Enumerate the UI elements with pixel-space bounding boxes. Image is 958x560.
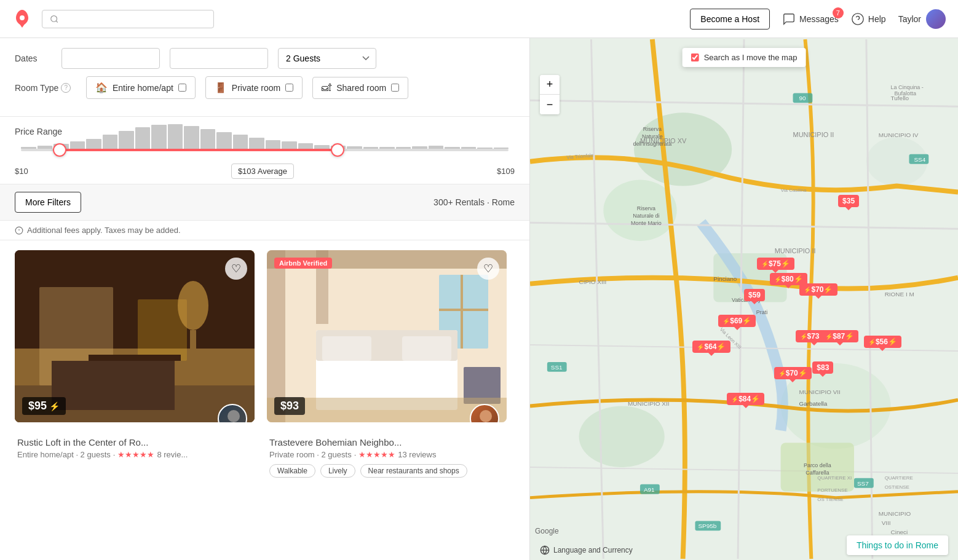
listing-2-reviews: 13 reviews — [398, 450, 436, 459]
listing-2-stars: ★★★★★ — [358, 450, 395, 459]
price-pin-9[interactable]: $83 — [812, 361, 833, 374]
listing-image-svg-1 — [15, 250, 255, 422]
shared-room-label: Shared room — [336, 83, 386, 93]
airbnb-badge: Airbnb Verified — [274, 258, 332, 269]
svg-text:OS TIENSE: OS TIENSE — [817, 497, 843, 502]
language-currency-button[interactable]: Language and Currency — [540, 545, 633, 555]
histogram-bar — [233, 135, 248, 149]
host-avatar-img-2 — [471, 405, 499, 422]
svg-text:PORTUENSE: PORTUENSE — [817, 487, 847, 493]
price-pin-10[interactable]: $70⚡ — [774, 367, 812, 379]
more-filters-bar: More Filters 300+ Rentals · Rome — [0, 184, 529, 221]
host-avatar-img-1 — [219, 405, 247, 422]
price-histogram — [15, 124, 515, 149]
svg-text:Naturale: Naturale — [642, 133, 663, 140]
help-button[interactable]: Help — [851, 12, 886, 26]
search-icon — [50, 14, 59, 24]
room-option-private[interactable]: 🚪 Private room — [205, 76, 303, 99]
slider-thumb-max[interactable] — [331, 143, 344, 157]
messages-badge: 7 — [833, 7, 844, 18]
listing-1-stars: ★★★★★ — [117, 450, 154, 459]
listing-1-meta: Entire home/apt · 2 guests · ★★★★★ 8 rev… — [17, 450, 252, 459]
room-type-label: Room Type ? — [15, 83, 76, 93]
date-end-input[interactable]: 06/29/2016 — [170, 48, 268, 69]
user-name: Taylor — [898, 14, 921, 24]
price-pin-12[interactable]: $56⚡ — [864, 336, 901, 348]
zoom-in-button[interactable]: + — [540, 75, 560, 95]
price-pin-5[interactable]: $70⚡ — [799, 283, 837, 296]
svg-text:MUNICIPIO: MUNICIPIO — [879, 510, 911, 517]
svg-point-15 — [228, 410, 240, 422]
logo[interactable] — [12, 9, 32, 29]
search-bar[interactable]: Rome, Italy — [42, 10, 214, 28]
price-slider-container — [15, 149, 515, 151]
messages-button[interactable]: Messages 7 — [782, 12, 839, 26]
svg-rect-12 — [89, 355, 181, 361]
svg-rect-11 — [52, 361, 175, 410]
listing-1-price: $95 — [28, 400, 47, 412]
listing-2-price-badge: $93 — [274, 397, 305, 415]
private-room-checkbox[interactable] — [285, 84, 293, 92]
svg-text:VIII: VIII — [882, 519, 891, 526]
listing-card[interactable]: ♡ $95 ⚡ Rustic Loft in the Center of Ro.… — [15, 250, 255, 483]
price-pin-11[interactable]: $84⚡ — [727, 393, 764, 405]
shared-room-checkbox[interactable] — [391, 84, 399, 92]
globe-icon — [540, 545, 550, 555]
histogram-bar — [266, 140, 281, 149]
listing-1-title: Rustic Loft in the Center of Ro... — [17, 437, 252, 448]
listing-2-meta: Private room · 2 guests · ★★★★★ 13 revie… — [269, 450, 504, 459]
listing-1-info: Rustic Loft in the Center of Ro... Entir… — [15, 422, 255, 464]
listing-1-reviews: 8 revie... — [157, 450, 188, 459]
svg-text:MUNICIPIO II: MUNICIPIO II — [775, 247, 816, 254]
listing-image-svg-2 — [267, 250, 507, 422]
user-menu-button[interactable]: Taylor — [898, 9, 946, 29]
price-pin-1[interactable]: $75⚡ — [757, 258, 794, 270]
slider-thumb-min[interactable] — [53, 143, 66, 157]
search-as-move-input[interactable] — [691, 53, 699, 61]
things-to-do-button[interactable]: Things to do in Rome — [847, 535, 948, 555]
date-start-input[interactable]: 06/26/2016 — [61, 48, 160, 69]
price-pin-0[interactable]: $35 — [838, 195, 859, 207]
listing-image-2: Airbnb Verified ♡ $93 — [267, 250, 507, 422]
svg-text:Prati: Prati — [756, 309, 767, 315]
tag-lively: Lively — [320, 464, 355, 478]
svg-text:Naturale di: Naturale di — [633, 213, 659, 219]
guests-select[interactable]: 2 Guests — [278, 48, 376, 69]
price-section: Price Range $10 $103 Average $109 — [0, 117, 529, 184]
svg-text:90: 90 — [799, 95, 806, 101]
svg-rect-27 — [402, 336, 451, 361]
become-host-button[interactable]: Become a Host — [690, 9, 770, 30]
price-pin-6[interactable]: $64⚡ — [692, 341, 730, 353]
svg-rect-19 — [267, 250, 285, 422]
search-input[interactable]: Rome, Italy — [64, 14, 206, 24]
listing-2-favorite-button[interactable]: ♡ — [477, 258, 499, 280]
search-as-move-checkbox[interactable]: Search as I move the map — [683, 48, 806, 67]
svg-text:Riserva: Riserva — [637, 205, 655, 211]
entire-home-checkbox[interactable] — [178, 84, 186, 92]
more-filters-button[interactable]: More Filters — [15, 192, 81, 213]
price-pin-8[interactable]: $87⚡ — [821, 330, 858, 342]
listing-card-2[interactable]: Airbnb Verified ♡ $93 Trastevere Bohemia… — [267, 250, 507, 483]
zoom-out-button[interactable]: − — [540, 95, 560, 114]
room-type-info-icon[interactable]: ? — [61, 83, 71, 93]
svg-text:SP95b: SP95b — [698, 523, 716, 529]
date-filter-row: Dates 06/26/2016 06/29/2016 2 Guests — [15, 48, 515, 69]
listing-1-favorite-button[interactable]: ♡ — [225, 258, 247, 280]
svg-point-37 — [579, 406, 665, 467]
help-icon — [851, 12, 865, 26]
room-option-entire[interactable]: 🏠 Entire home/apt — [86, 76, 196, 99]
histogram-bar — [249, 138, 264, 149]
entire-home-label: Entire home/apt — [113, 83, 173, 93]
room-option-shared[interactable]: 🛋 Shared room — [312, 77, 408, 99]
slider-fill — [60, 149, 338, 151]
main-layout: Dates 06/26/2016 06/29/2016 2 Guests Roo… — [0, 38, 958, 560]
map-controls: + − — [540, 75, 560, 114]
svg-point-30 — [480, 410, 492, 422]
info-circle-icon — [15, 226, 23, 235]
price-pin-3[interactable]: $59 — [744, 289, 765, 301]
listing-image-1: ♡ $95 ⚡ — [15, 250, 255, 422]
price-pin-4[interactable]: $69⚡ — [718, 315, 756, 327]
svg-text:Via Casilina: Via Casilina — [781, 188, 807, 194]
svg-rect-26 — [322, 336, 371, 361]
svg-text:La Cinquina -: La Cinquina - — [891, 84, 924, 90]
